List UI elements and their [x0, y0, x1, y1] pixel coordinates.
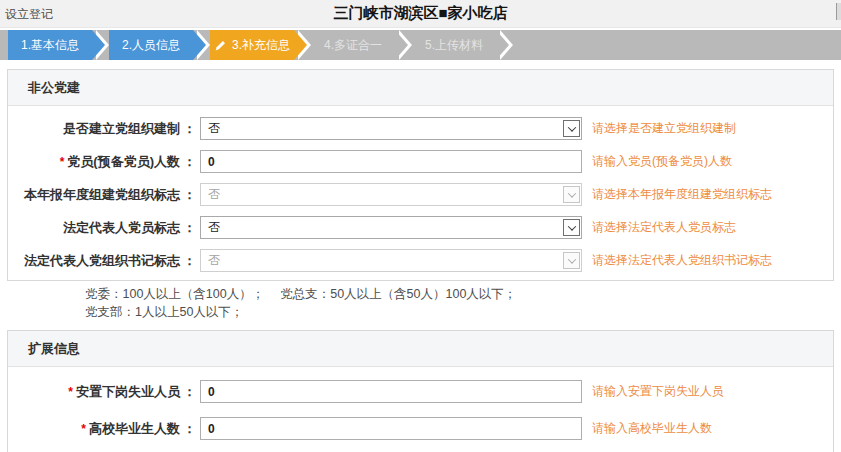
wizard-step-label: 3.补充信息 — [232, 37, 290, 54]
section-note: 党委：100人以上（含100人）； 党总支：50人以上（含50人）100人以下；… — [85, 285, 834, 321]
chevron-down-icon[interactable] — [563, 120, 580, 137]
form-row: 法定代表人党组织书记标志 ： 否 请选择法定代表人党组织书记标志 — [8, 244, 833, 277]
form-row: * 党员(预备党员)人数 ： 请输入党员(预备党员)人数 — [8, 145, 833, 178]
chevron-down-icon[interactable] — [563, 252, 580, 269]
field-control — [200, 417, 582, 440]
field-label-text: 党员(预备党员)人数 — [67, 153, 180, 171]
label-colon: ： — [183, 186, 196, 204]
entity-title: 三门峡市湖滨区■家小吃店 — [0, 4, 841, 23]
wizard-step[interactable]: 2.人员信息 — [109, 30, 193, 60]
label-colon: ： — [183, 383, 196, 401]
field-label: * 党员(预备党员)人数 ： — [8, 153, 198, 171]
form-row: * 高校毕业生人数 ： 请输入高校毕业生人数 — [8, 410, 833, 447]
field-select[interactable]: 否 — [200, 183, 582, 206]
label-colon: ： — [183, 120, 196, 138]
select-value: 否 — [201, 120, 563, 137]
field-label-text: 安置下岗失业人员 — [76, 383, 180, 401]
select-value: 否 — [201, 252, 563, 269]
field-control: 否 — [200, 216, 582, 239]
field-label: 本年报年度组建党组织标志 ： — [8, 186, 198, 204]
pencil-icon — [214, 39, 227, 52]
field-label-text: 本年报年度组建党组织标志 — [24, 186, 180, 204]
field-control — [200, 150, 582, 173]
field-select[interactable]: 否 — [200, 216, 582, 239]
section-title: 扩展信息 — [28, 341, 80, 356]
field-hint: 请选择法定代表人党组织书记标志 — [592, 252, 772, 269]
wizard-step-label: 2.人员信息 — [122, 37, 180, 54]
field-label: * 安置下岗失业人员 ： — [8, 383, 198, 401]
field-label-text: 是否建立党组织建制 — [63, 120, 180, 138]
field-label: 法定代表人党组织书记标志 ： — [8, 252, 198, 270]
form-row: 本年报年度组建党组织标志 ： 否 请选择本年报年度组建党组织标志 — [8, 178, 833, 211]
section-body: * 安置下岗失业人员 ： 请输入安置下岗失业人员 * 高校毕业生人数 ： 请输入… — [8, 367, 833, 452]
field-label-text: 高校毕业生人数 — [89, 420, 180, 438]
wizard-step[interactable]: 3.补充信息 — [210, 30, 294, 60]
wizard-step-label: 4.多证合一 — [324, 37, 382, 54]
form-row: 是否建立党组织建制 ： 否 请选择是否建立党组织建制 — [8, 112, 833, 145]
field-label-text: 法定代表人党组织书记标志 — [24, 252, 180, 270]
form-row: * 安置下岗失业人员 ： 请输入安置下岗失业人员 — [8, 373, 833, 410]
form-section: 扩展信息 * 安置下岗失业人员 ： 请输入安置下岗失业人员 * 高校毕业生人数 … — [7, 330, 834, 452]
form-row: 法定代表人党员标志 ： 否 请选择法定代表人党员标志 — [8, 211, 833, 244]
field-label: 是否建立党组织建制 ： — [8, 120, 198, 138]
note-line: 党委：100人以上（含100人）； 党总支：50人以上（含50人）100人以下； — [85, 285, 834, 303]
field-select[interactable]: 否 — [200, 249, 582, 272]
section-header: 扩展信息 — [8, 331, 833, 367]
field-hint: 请输入高校毕业生人数 — [592, 420, 712, 437]
field-hint: 请选择本年报年度组建党组织标志 — [592, 186, 772, 203]
wizard-step-label: 5.上传材料 — [425, 37, 483, 54]
field-hint: 请输入党员(预备党员)人数 — [592, 153, 732, 170]
wizard-step[interactable]: 5.上传材料 — [412, 30, 496, 60]
section-title: 非公党建 — [28, 80, 80, 95]
field-hint: 请选择法定代表人党员标志 — [592, 219, 736, 236]
chevron-down-icon[interactable] — [563, 219, 580, 236]
wizard-step-label: 1.基本信息 — [21, 37, 79, 54]
required-asterisk: * — [60, 155, 65, 169]
required-asterisk: * — [81, 422, 86, 436]
field-input[interactable] — [200, 150, 582, 173]
wizard-step[interactable]: 4.多证合一 — [311, 30, 395, 60]
field-input[interactable] — [200, 380, 582, 403]
topbar: 设立登记 三门峡市湖滨区■家小吃店 — [0, 0, 841, 28]
field-input[interactable] — [200, 417, 582, 440]
required-asterisk: * — [68, 385, 73, 399]
scrollbar-fragment[interactable] — [836, 3, 841, 20]
field-hint: 请输入安置下岗失业人员 — [592, 383, 724, 400]
form-row: * 高校毕业生参入投资(申办)人数 ： 请输入高校毕业生参入投资(申办)人数 — [8, 447, 833, 452]
field-select[interactable]: 否 — [200, 117, 582, 140]
label-colon: ： — [183, 219, 196, 237]
wizard-step[interactable]: 1.基本信息 — [8, 30, 92, 60]
section-header: 非公党建 — [8, 70, 833, 106]
field-hint: 请选择是否建立党组织建制 — [592, 120, 736, 137]
section-body: 是否建立党组织建制 ： 否 请选择是否建立党组织建制 * 党员(预备党员)人数 … — [8, 106, 833, 280]
field-label-text: 法定代表人党员标志 — [63, 219, 180, 237]
label-colon: ： — [183, 153, 196, 171]
field-label: 法定代表人党员标志 ： — [8, 219, 198, 237]
field-label: * 高校毕业生人数 ： — [8, 420, 198, 438]
step-wizard: 1.基本信息 2.人员信息 3.补充信息 4.多证合一 5.上传材料 — [0, 30, 841, 60]
label-colon: ： — [183, 420, 196, 438]
chevron-down-icon[interactable] — [563, 186, 580, 203]
app-window: 设立登记 三门峡市湖滨区■家小吃店 1.基本信息 2.人员信息 3.补充信息 — [0, 0, 841, 452]
select-value: 否 — [201, 186, 563, 203]
field-control: 否 — [200, 249, 582, 272]
field-control — [200, 380, 582, 403]
field-control: 否 — [200, 117, 582, 140]
field-control: 否 — [200, 183, 582, 206]
form-section: 非公党建 是否建立党组织建制 ： 否 请选择是否建立党组织建制 * 党员(预备党… — [7, 69, 834, 281]
label-colon: ： — [183, 252, 196, 270]
note-line: 党支部：1人以上50人以下； — [85, 303, 834, 321]
form-content: 非公党建 是否建立党组织建制 ： 否 请选择是否建立党组织建制 * 党员(预备党… — [0, 60, 841, 452]
select-value: 否 — [201, 219, 563, 236]
